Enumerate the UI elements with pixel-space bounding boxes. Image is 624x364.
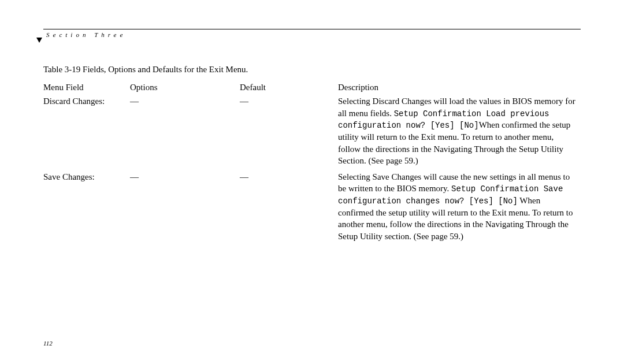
cell-default: — — [240, 170, 338, 246]
document-page: Section Three Table 3-19 Fields, Options… — [0, 0, 624, 364]
cell-default: — — [240, 94, 338, 170]
section-heading: Section Three — [43, 31, 581, 38]
exit-menu-table: Menu Field Options Default Description D… — [43, 80, 581, 246]
header-rule — [43, 29, 581, 29]
page-number: 112 — [43, 340, 53, 347]
cell-description: Selecting Discard Changes will load the … — [338, 94, 581, 170]
cell-field: Save Changes: — [43, 170, 130, 246]
table-row: Discard Changes: — — Selecting Discard C… — [43, 94, 581, 170]
header-pointer-icon — [36, 38, 42, 43]
col-header-options: Options — [130, 80, 240, 94]
col-header-desc: Description — [338, 80, 581, 94]
cell-description: Selecting Save Changes will cause the ne… — [338, 170, 581, 246]
col-header-field: Menu Field — [43, 80, 130, 94]
table-row: Save Changes: — — Selecting Save Changes… — [43, 170, 581, 246]
table-header-row: Menu Field Options Default Description — [43, 80, 581, 94]
table-caption: Table 3-19 Fields, Options and Defaults … — [43, 65, 581, 75]
cell-field: Discard Changes: — [43, 94, 130, 170]
cell-options: — — [130, 94, 240, 170]
cell-options: — — [130, 170, 240, 246]
col-header-default: Default — [240, 80, 338, 94]
